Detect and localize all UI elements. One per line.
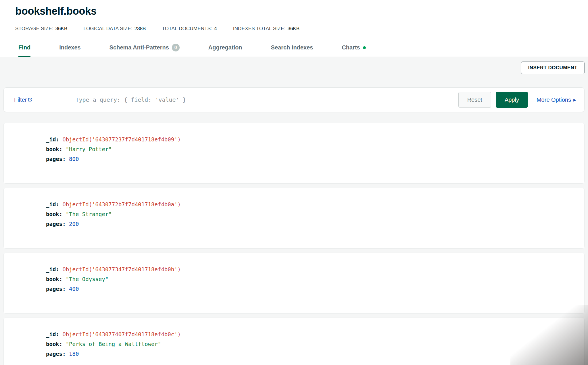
- document-card[interactable]: _id: ObjectId('643077407f7d401718ef4b0c'…: [3, 318, 585, 365]
- collection-stats: STORAGE SIZE:36KB LOGICAL DATA SIZE:238B…: [0, 17, 588, 32]
- stat-value: 4: [214, 26, 217, 31]
- document-field: pages: 800: [46, 154, 579, 164]
- document-field: _id: ObjectId('6430772b7f7d401718ef4b0a'…: [46, 199, 579, 209]
- filter-link[interactable]: Filter: [14, 97, 32, 103]
- document-field: _id: ObjectId('643077407f7d401718ef4b0c'…: [46, 329, 579, 339]
- field-key: book:: [46, 341, 62, 347]
- tab-label: Schema Anti-Patterns: [109, 44, 169, 51]
- insert-document-button[interactable]: INSERT DOCUMENT: [521, 62, 585, 74]
- tab-label: Indexes: [59, 44, 80, 51]
- stat-label: STORAGE SIZE:: [15, 26, 53, 31]
- field-key: pages:: [46, 221, 66, 227]
- actions-row: INSERT DOCUMENT: [0, 57, 588, 74]
- field-key: book:: [46, 211, 62, 217]
- field-value: 400: [69, 286, 79, 292]
- field-key: pages:: [46, 156, 66, 162]
- caret-right-icon: ▶: [573, 98, 576, 102]
- tab-count-badge: 0: [172, 44, 180, 51]
- more-options-label: More Options: [537, 97, 571, 103]
- tab-label: Charts: [342, 44, 360, 51]
- stat-label: INDEXES TOTAL SIZE:: [233, 26, 286, 31]
- collection-content: INSERT DOCUMENT Filter Reset Apply More …: [0, 57, 588, 365]
- document-field: pages: 180: [46, 349, 579, 359]
- tab-indexes[interactable]: Indexes: [59, 44, 80, 57]
- tab-bar: Find Indexes Schema Anti-Patterns 0 Aggr…: [18, 44, 588, 57]
- document-field: book: "Perks of Being a Wallflower": [46, 339, 579, 349]
- stat-value: 36KB: [287, 26, 299, 31]
- item-storage-size-: STORAGE SIZE:36KB: [15, 26, 67, 32]
- field-value: ObjectId('643077237f7d401718ef4b09'): [62, 136, 181, 143]
- tab-charts[interactable]: Charts: [342, 44, 366, 57]
- filter-link-label: Filter: [14, 97, 27, 103]
- field-key: pages:: [46, 286, 66, 292]
- reset-button[interactable]: Reset: [458, 92, 491, 108]
- field-key: book:: [46, 146, 62, 152]
- tab-schema-anti-patterns[interactable]: Schema Anti-Patterns 0: [109, 44, 180, 57]
- field-value: "Perks of Being a Wallflower": [66, 341, 161, 347]
- document-card[interactable]: _id: ObjectId('643077237f7d401718ef4b09'…: [3, 123, 585, 184]
- field-key: pages:: [46, 351, 66, 357]
- external-link-icon: [28, 97, 32, 103]
- document-list: _id: ObjectId('643077237f7d401718ef4b09'…: [3, 123, 585, 365]
- filter-query-input[interactable]: [75, 96, 452, 103]
- apply-button[interactable]: Apply: [496, 92, 528, 108]
- document-field: book: "Harry Potter": [46, 144, 579, 154]
- field-value: 800: [69, 156, 79, 162]
- tab-find[interactable]: Find: [18, 44, 30, 57]
- document-field: book: "The Stranger": [46, 209, 579, 219]
- query-bar: Filter Reset Apply More Options ▶: [3, 87, 585, 112]
- field-value: "Harry Potter": [66, 146, 112, 152]
- tab-label: Find: [18, 44, 30, 51]
- field-value: "The Stranger": [66, 211, 112, 217]
- stat-label: TOTAL DOCUMENTS:: [162, 26, 212, 31]
- field-value: 200: [69, 221, 79, 227]
- field-key: _id:: [46, 331, 59, 337]
- document-field: pages: 400: [46, 284, 579, 294]
- tab-label: Aggregation: [208, 44, 242, 51]
- field-key: _id:: [46, 266, 59, 272]
- field-key: _id:: [46, 201, 59, 208]
- tab-aggregation[interactable]: Aggregation: [208, 44, 242, 57]
- stat-value: 238B: [134, 26, 146, 31]
- document-card[interactable]: _id: ObjectId('6430772b7f7d401718ef4b0a'…: [3, 188, 585, 249]
- field-value: ObjectId('6430772b7f7d401718ef4b0a'): [62, 201, 181, 208]
- stat-value: 36KB: [55, 26, 68, 31]
- stat-label: LOGICAL DATA SIZE:: [83, 26, 132, 31]
- tab-search-indexes[interactable]: Search Indexes: [271, 44, 313, 57]
- tab-label: Search Indexes: [271, 44, 313, 51]
- more-options-link[interactable]: More Options ▶: [537, 97, 576, 103]
- document-card[interactable]: _id: ObjectId('643077347f7d401718ef4b0b'…: [3, 253, 585, 314]
- collection-header: bookshelf.books STORAGE SIZE:36KB LOGICA…: [0, 0, 588, 57]
- field-value: "The Odyssey": [66, 276, 109, 282]
- field-value: ObjectId('643077347f7d401718ef4b0b'): [62, 266, 181, 272]
- charts-status-dot-icon: [363, 46, 366, 49]
- document-field: pages: 200: [46, 219, 579, 229]
- field-key: book:: [46, 276, 62, 282]
- query-bar-actions: Reset Apply More Options ▶: [458, 92, 576, 108]
- item-indexes-total-size-: INDEXES TOTAL SIZE:36KB: [233, 26, 299, 32]
- page-title: bookshelf.books: [0, 4, 588, 17]
- item-logical-data-size-: LOGICAL DATA SIZE:238B: [83, 26, 146, 32]
- field-key: _id:: [46, 136, 59, 143]
- field-value: 180: [69, 351, 79, 357]
- item-total-documents-: TOTAL DOCUMENTS:4: [162, 26, 217, 32]
- document-field: book: "The Odyssey": [46, 274, 579, 284]
- document-field: _id: ObjectId('643077347f7d401718ef4b0b'…: [46, 264, 579, 274]
- field-value: ObjectId('643077407f7d401718ef4b0c'): [62, 331, 181, 337]
- document-field: _id: ObjectId('643077237f7d401718ef4b09'…: [46, 135, 579, 144]
